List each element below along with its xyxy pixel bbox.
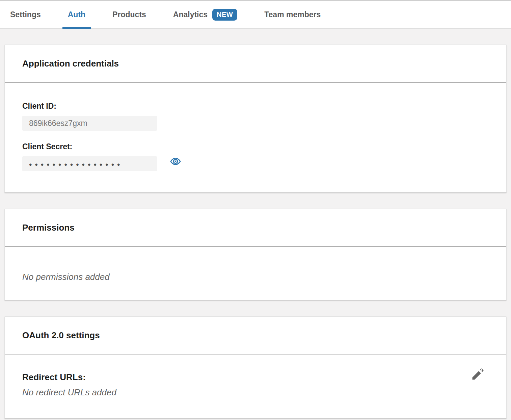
tab-settings-label: Settings [10, 10, 41, 19]
client-id-field[interactable]: 869ik66esz7gxm [22, 116, 157, 131]
permissions-body: No permissions added [5, 247, 506, 300]
application-credentials-title: Application credentials [22, 58, 119, 69]
tab-auth[interactable]: Auth [62, 1, 91, 28]
auth-tab-content: Application credentials Client ID: 869ik… [0, 29, 511, 418]
permissions-title: Permissions [22, 222, 75, 233]
tab-settings[interactable]: Settings [5, 1, 46, 28]
edit-redirect-urls-button[interactable] [469, 365, 487, 383]
client-id-label: Client ID: [22, 102, 489, 111]
tab-team-members-label: Team members [264, 10, 321, 19]
permissions-card: Permissions No permissions added [4, 209, 507, 300]
permissions-empty-text: No permissions added [22, 272, 489, 282]
client-secret-field[interactable]: •••••••••••••••• [22, 156, 157, 171]
tab-products-label: Products [112, 10, 146, 19]
app-tab-bar: Settings Auth Products Analytics NEW Tea… [0, 0, 511, 29]
oauth-settings-title: OAuth 2.0 settings [22, 330, 100, 341]
client-id-value: 869ik66esz7gxm [29, 119, 87, 128]
pencil-icon [470, 367, 485, 382]
application-credentials-body: Client ID: 869ik66esz7gxm Client Secret:… [5, 83, 506, 192]
application-credentials-header: Application credentials [5, 45, 506, 83]
tab-analytics[interactable]: Analytics NEW [168, 1, 243, 28]
tab-products[interactable]: Products [107, 1, 152, 28]
tab-analytics-label: Analytics [173, 10, 208, 19]
permissions-header: Permissions [5, 209, 506, 247]
new-badge: NEW [212, 9, 237, 21]
tab-auth-label: Auth [68, 10, 85, 19]
tab-team-members[interactable]: Team members [259, 1, 326, 28]
oauth-settings-body: Redirect URLs: No redirect URLs added [5, 355, 506, 418]
client-secret-label: Client Secret: [22, 142, 489, 151]
application-credentials-card: Application credentials Client ID: 869ik… [4, 45, 507, 192]
eye-icon [170, 156, 181, 167]
reveal-client-secret-button[interactable] [168, 154, 183, 169]
oauth-settings-header: OAuth 2.0 settings [5, 317, 506, 355]
redirect-urls-label: Redirect URLs: [22, 372, 489, 383]
client-secret-row: •••••••••••••••• [22, 151, 489, 171]
redirect-urls-empty-text: No redirect URLs added [22, 387, 489, 398]
oauth-settings-card: OAuth 2.0 settings Redirect URLs: No red… [4, 316, 507, 418]
